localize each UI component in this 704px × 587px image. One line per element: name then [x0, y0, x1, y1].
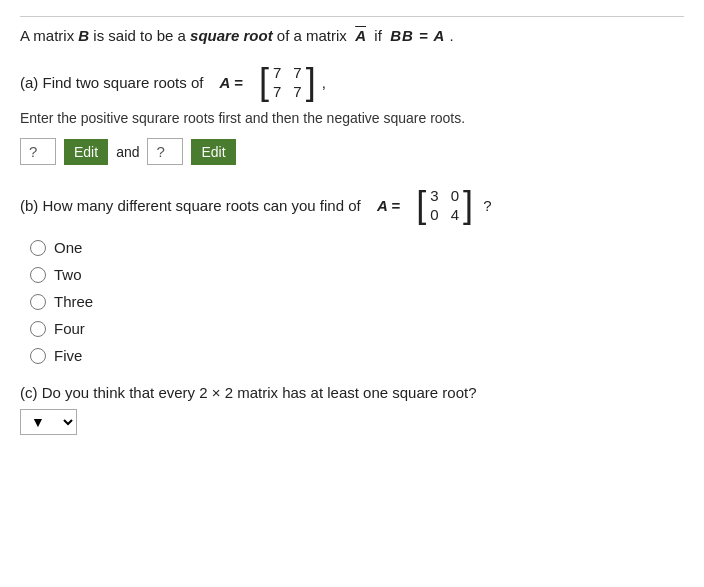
- part-b-A-label: A =: [377, 197, 400, 214]
- question-mark-2: ?: [156, 143, 164, 160]
- part-c-text: (c) Do you think that every 2 × 2 matrix…: [20, 384, 684, 401]
- instruction-text: Enter the positive squrare roots first a…: [20, 110, 684, 126]
- A-variable-intro: A: [355, 27, 366, 44]
- matrix-cell-10: 7: [273, 83, 281, 100]
- radio-label-two: Two: [54, 266, 82, 283]
- bracket-right: ]: [306, 64, 316, 100]
- radio-input-four[interactable]: [30, 321, 46, 337]
- matrix-b-cell-11: 4: [451, 206, 459, 223]
- radio-input-five[interactable]: [30, 348, 46, 364]
- part-a-comma: ,: [322, 74, 326, 91]
- matrix-cell-01: 7: [293, 64, 301, 81]
- answer-box-2: ?: [147, 138, 183, 165]
- matrix-cell-11: 7: [293, 83, 301, 100]
- part-b-question: ?: [479, 197, 492, 214]
- radio-input-one[interactable]: [30, 240, 46, 256]
- question-mark-1: ?: [29, 143, 37, 160]
- matrix-cell-00: 7: [273, 64, 281, 81]
- part-b-section: (b) How many different square roots can …: [20, 185, 684, 364]
- bracket-right-b: ]: [463, 187, 473, 223]
- radio-input-three[interactable]: [30, 294, 46, 310]
- radio-label-five: Five: [54, 347, 82, 364]
- bracket-left: [: [259, 64, 269, 100]
- radio-four[interactable]: Four: [30, 320, 684, 337]
- radio-group: One Two Three Four Five: [30, 239, 684, 364]
- radio-label-three: Three: [54, 293, 93, 310]
- radio-five[interactable]: Five: [30, 347, 684, 364]
- part-a-section: (a) Find two square roots of A = [ 7 7 7…: [20, 62, 684, 165]
- part-a-label: (a) Find two square roots of: [20, 74, 203, 91]
- matrix-b-cell-01: 0: [451, 187, 459, 204]
- part-a-matrix: [ 7 7 7 7 ]: [259, 62, 316, 102]
- bracket-left-b: [: [416, 187, 426, 223]
- square-root-term: square root: [190, 27, 273, 44]
- part-c-dropdown[interactable]: ▼ Yes No: [20, 409, 77, 435]
- radio-three[interactable]: Three: [30, 293, 684, 310]
- intro-paragraph: A matrix B is said to be a square root o…: [20, 16, 684, 44]
- edit-button-2[interactable]: Edit: [191, 139, 235, 165]
- radio-label-one: One: [54, 239, 82, 256]
- radio-one[interactable]: One: [30, 239, 684, 256]
- edit-button-1[interactable]: Edit: [64, 139, 108, 165]
- radio-label-four: Four: [54, 320, 85, 337]
- part-c-dropdown-row: ▼ Yes No: [20, 409, 684, 435]
- answer-box-1: ?: [20, 138, 56, 165]
- answer-row: ? Edit and ? Edit: [20, 138, 684, 165]
- radio-two[interactable]: Two: [30, 266, 684, 283]
- B-variable: B: [78, 27, 89, 44]
- part-b-matrix: [ 3 0 0 4 ]: [416, 185, 473, 225]
- and-text: and: [116, 144, 139, 160]
- matrix-b-cell-10: 0: [430, 206, 438, 223]
- matrix-b-cell-00: 3: [430, 187, 438, 204]
- part-a-A-label: A =: [220, 74, 243, 91]
- part-c-section: (c) Do you think that every 2 × 2 matrix…: [20, 384, 684, 435]
- formula: BB = A: [390, 27, 445, 44]
- radio-input-two[interactable]: [30, 267, 46, 283]
- part-b-label: (b) How many different square roots can …: [20, 197, 361, 214]
